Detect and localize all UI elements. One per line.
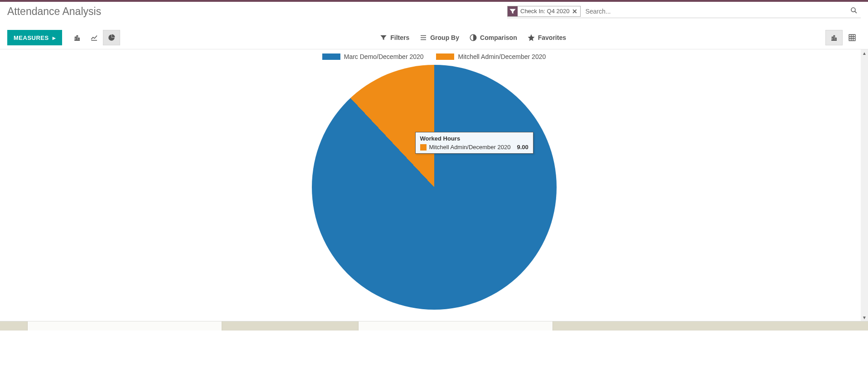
favorites-button[interactable]: Favorites — [527, 34, 566, 42]
search-facet-label: Check In: Q4 2020 — [518, 8, 572, 15]
tooltip-title: Worked Hours — [420, 135, 529, 142]
footer-tab — [27, 321, 222, 331]
star-icon — [527, 34, 535, 42]
pivot-view-icon[interactable] — [844, 30, 861, 45]
groupby-button[interactable]: Group By — [419, 34, 459, 42]
measures-label: MEASURES — [14, 34, 49, 41]
svg-point-0 — [851, 8, 855, 12]
page-title: Attendance Analysis — [7, 5, 101, 17]
caret-right-icon: ▸ — [53, 34, 56, 41]
legend-label: Mitchell Admin/December 2020 — [458, 53, 546, 60]
graph-view-icon[interactable] — [825, 30, 843, 45]
filters-button[interactable]: Filters — [379, 34, 409, 42]
svg-rect-14 — [835, 38, 836, 40]
list-icon — [419, 34, 427, 42]
chart-area: Marc Demo/December 2020 Mitchell Admin/D… — [0, 49, 868, 321]
line-chart-icon[interactable] — [86, 30, 103, 45]
comparison-label: Comparison — [480, 34, 517, 41]
scroll-down-icon[interactable]: ▼ — [861, 314, 868, 321]
tooltip-swatch — [420, 144, 427, 151]
svg-line-1 — [855, 11, 857, 13]
favorites-label: Favorites — [538, 34, 566, 41]
groupby-label: Group By — [430, 34, 459, 41]
funnel-icon — [379, 34, 388, 42]
chart-type-group — [68, 30, 120, 45]
svg-rect-15 — [849, 34, 855, 41]
search-input[interactable] — [582, 5, 847, 18]
filter-icon — [508, 6, 518, 16]
svg-rect-4 — [77, 36, 78, 41]
svg-rect-13 — [834, 36, 834, 41]
legend-swatch — [322, 53, 340, 60]
search-facet: Check In: Q4 2020 ✕ — [507, 6, 581, 17]
search-bar[interactable]: Check In: Q4 2020 ✕ — [507, 5, 861, 18]
chart-tooltip: Worked Hours Mitchell Admin/December 202… — [415, 132, 533, 154]
bar-chart-icon[interactable] — [68, 30, 86, 45]
tooltip-value: 9.00 — [517, 144, 528, 151]
pie-chart[interactable] — [312, 65, 557, 310]
pie-chart-icon[interactable] — [103, 30, 120, 45]
tooltip-series-label: Mitchell Admin/December 2020 — [429, 144, 511, 151]
legend-item[interactable]: Mitchell Admin/December 2020 — [436, 53, 546, 60]
svg-rect-12 — [832, 37, 833, 41]
search-icon[interactable] — [847, 5, 861, 18]
legend-swatch — [436, 53, 454, 60]
facet-remove-icon[interactable]: ✕ — [572, 8, 580, 15]
svg-rect-5 — [78, 38, 79, 40]
footer-tab — [358, 321, 553, 331]
contrast-icon — [469, 34, 477, 42]
scrollbar[interactable]: ▲ ▼ — [861, 49, 868, 321]
chart-legend: Marc Demo/December 2020 Mitchell Admin/D… — [0, 49, 868, 65]
legend-item[interactable]: Marc Demo/December 2020 — [322, 53, 424, 60]
scroll-up-icon[interactable]: ▲ — [861, 49, 868, 57]
svg-rect-3 — [75, 37, 76, 41]
comparison-button[interactable]: Comparison — [469, 34, 517, 42]
footer-strip — [0, 321, 868, 331]
legend-label: Marc Demo/December 2020 — [344, 53, 424, 60]
filters-label: Filters — [390, 34, 409, 41]
measures-button[interactable]: MEASURES ▸ — [7, 30, 62, 45]
